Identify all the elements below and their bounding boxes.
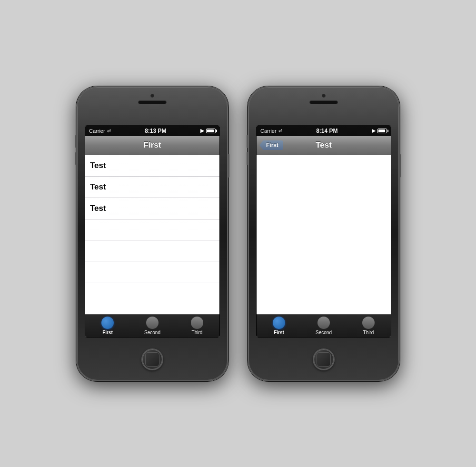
time-label-1: 8:13 PM [145, 128, 166, 134]
table-row-3[interactable]: Test [85, 198, 219, 219]
tab-third-icon-2 [362, 317, 375, 329]
home-button-1[interactable] [141, 348, 163, 370]
tab-first-label-1: First [102, 330, 113, 335]
status-right-2: ▶ [372, 128, 387, 134]
side-buttons-left-1 [75, 135, 77, 165]
battery-1 [206, 129, 216, 133]
wifi-icon-2: ⇌ [278, 128, 282, 133]
tab-bar-2: First Second Third [257, 314, 391, 337]
tab-first-icon-2 [273, 317, 285, 329]
back-button-2[interactable]: First [259, 140, 283, 150]
status-left-2: Carrier ⇌ [260, 128, 282, 134]
tab-second-icon-2 [317, 317, 330, 329]
home-button-inner-1 [145, 352, 159, 367]
table-view-1[interactable]: Test Test Test [85, 155, 219, 314]
status-left-1: Carrier ⇌ [89, 128, 111, 134]
speaker-1 [138, 100, 167, 104]
phone-1-bottom [77, 338, 228, 380]
volume-up-btn-1[interactable] [75, 135, 77, 148]
battery-fill-1 [207, 129, 214, 132]
tab-first-2[interactable]: First [257, 317, 301, 335]
tab-third-1[interactable]: Third [175, 317, 219, 335]
speaker-2 [309, 100, 338, 104]
phone-2-top [248, 87, 399, 125]
tab-third-label-1: Third [192, 330, 203, 335]
time-label-2: 8:14 PM [316, 128, 337, 134]
tab-second-2[interactable]: Second [301, 317, 346, 335]
tab-bar-1: First Second Third [85, 314, 219, 337]
volume-down-btn-1[interactable] [75, 152, 77, 165]
home-button-inner-2 [317, 352, 331, 367]
volume-up-btn-2[interactable] [247, 135, 248, 148]
table-row-2[interactable]: Test [85, 177, 219, 198]
tab-third-label-2: Third [363, 330, 374, 335]
table-row-6 [85, 261, 219, 282]
nav-bar-2: First Test [257, 136, 391, 155]
wifi-icon-1: ⇌ [107, 128, 111, 133]
table-row-5 [85, 240, 219, 261]
battery-2 [377, 129, 387, 133]
side-button-right-2 [399, 154, 401, 178]
location-icon-1: ▶ [200, 128, 204, 134]
nav-title-1: First [144, 140, 161, 150]
power-btn-1[interactable] [228, 154, 229, 178]
carrier-label-2: Carrier [260, 128, 277, 134]
content-area-2 [257, 155, 391, 314]
location-icon-2: ▶ [372, 128, 376, 134]
table-row-8 [85, 303, 219, 314]
tab-second-icon-1 [146, 317, 159, 329]
phone-2: Carrier ⇌ 8:14 PM ▶ First Test [248, 86, 400, 381]
phones-container: Carrier ⇌ 8:13 PM ▶ First Test Test [76, 86, 400, 381]
side-buttons-left-2 [247, 135, 248, 165]
tab-first-label-2: First [274, 330, 284, 335]
tab-second-label-2: Second [316, 330, 332, 335]
phone-2-screen: Carrier ⇌ 8:14 PM ▶ First Test [256, 125, 391, 338]
table-row-4 [85, 219, 219, 240]
volume-down-btn-2[interactable] [247, 152, 248, 165]
tab-third-2[interactable]: Third [346, 317, 391, 335]
battery-fill-2 [378, 129, 385, 132]
status-bar-1: Carrier ⇌ 8:13 PM ▶ [85, 126, 219, 136]
status-right-1: ▶ [200, 128, 216, 134]
phone-1-top [77, 87, 228, 125]
camera-1 [150, 94, 154, 98]
power-btn-2[interactable] [399, 154, 401, 178]
nav-title-2: Test [316, 140, 332, 150]
home-button-2[interactable] [313, 348, 335, 370]
phone-2-bottom [248, 338, 399, 380]
nav-bar-1: First [85, 136, 219, 155]
table-row-1[interactable]: Test [85, 155, 219, 177]
phone-1-screen: Carrier ⇌ 8:13 PM ▶ First Test Test [85, 125, 220, 338]
side-button-right-1 [228, 154, 229, 178]
tab-third-icon-1 [191, 317, 203, 329]
status-bar-2: Carrier ⇌ 8:14 PM ▶ [257, 126, 391, 136]
tab-second-1[interactable]: Second [130, 317, 175, 335]
tab-first-icon-1 [101, 317, 114, 329]
tab-first-1[interactable]: First [85, 317, 130, 335]
table-row-7 [85, 282, 219, 303]
camera-2 [322, 94, 326, 98]
phone-1: Carrier ⇌ 8:13 PM ▶ First Test Test [76, 86, 228, 381]
carrier-label-1: Carrier [89, 128, 105, 134]
tab-second-label-1: Second [144, 330, 160, 335]
